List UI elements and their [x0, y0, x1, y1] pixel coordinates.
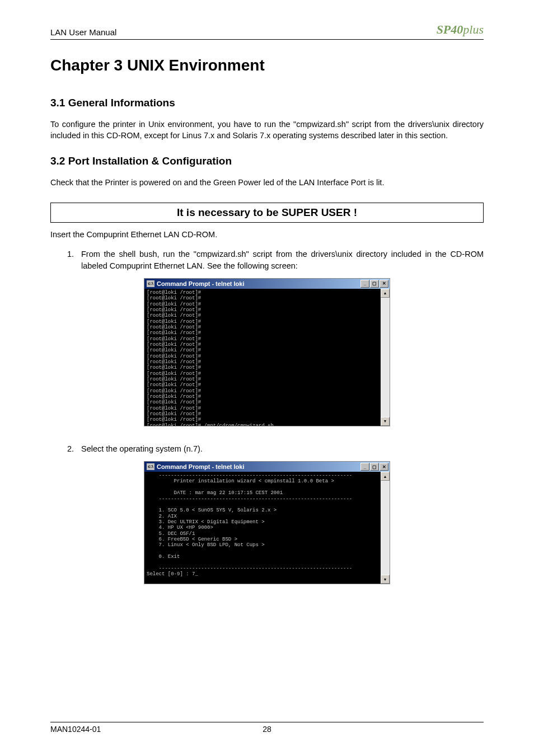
step-1-number: 1. — [50, 248, 81, 271]
insert-cdrom-text: Insert the Compuprint Ethernet LAN CD-RO… — [50, 229, 484, 241]
close-button[interactable]: ✕ — [380, 463, 388, 471]
step-1-text: From the shell bush, run the "cmpwizard.… — [81, 248, 484, 271]
step-2: 2. Select the operating system (n.7). — [50, 443, 484, 454]
window-title: Command Prompt - telnet loki — [157, 280, 244, 287]
window-title: Command Prompt - telnet loki — [157, 463, 244, 470]
cmd-icon: c:\ — [147, 280, 154, 287]
header-title: LAN User Manual — [50, 27, 116, 37]
window-titlebar: c:\ Command Prompt - telnet loki _ ▢ ✕ — [144, 279, 390, 289]
page-number: 28 — [195, 725, 339, 734]
cmd-icon: c:\ — [147, 463, 154, 470]
section-3-2-intro: Check that the Printer is powered on and… — [50, 177, 484, 189]
minimize-button[interactable]: _ — [360, 280, 369, 288]
scroll-down-icon[interactable]: ▼ — [381, 417, 390, 426]
section-3-1-body: To configure the printer in Unix environ… — [50, 119, 484, 141]
terminal-screenshot-2: c:\ Command Prompt - telnet loki _ ▢ ✕ -… — [144, 461, 390, 584]
close-button[interactable]: ✕ — [380, 280, 388, 288]
footer-doc-id: MAN10244-01 — [50, 725, 195, 734]
scrollbar[interactable]: ▲ ▼ — [381, 289, 390, 426]
maximize-button[interactable]: ▢ — [370, 463, 379, 471]
terminal-output: [root@loki /root]# [root@loki /root]# [r… — [144, 289, 381, 426]
terminal-output: ----------------------------------------… — [144, 472, 381, 584]
scrollbar[interactable]: ▲ ▼ — [381, 472, 390, 584]
maximize-button[interactable]: ▢ — [370, 280, 379, 288]
section-3-2-title: 3.2 Port Installation & Configuration — [50, 155, 484, 167]
scroll-track[interactable] — [381, 298, 390, 417]
terminal-screenshot-1: c:\ Command Prompt - telnet loki _ ▢ ✕ [… — [144, 278, 390, 426]
scroll-down-icon[interactable]: ▼ — [381, 575, 390, 584]
step-1: 1. From the shell bush, run the "cmpwiza… — [50, 248, 484, 271]
window-buttons: _ ▢ ✕ — [360, 280, 388, 288]
section-3-1-title: 3.1 General Informations — [50, 97, 484, 109]
step-2-number: 2. — [50, 443, 81, 454]
window-titlebar: c:\ Command Prompt - telnet loki _ ▢ ✕ — [144, 462, 390, 472]
page-header: LAN User Manual SP40plus — [50, 22, 484, 40]
chapter-title: Chapter 3 UNIX Environment — [50, 57, 484, 74]
scroll-up-icon[interactable]: ▲ — [381, 289, 390, 298]
brand-logo: SP40plus — [437, 22, 484, 37]
window-buttons: _ ▢ ✕ — [360, 463, 388, 471]
page-footer: MAN10244-01 28 — [50, 722, 484, 734]
step-2-text: Select the operating system (n.7). — [81, 443, 484, 454]
scroll-track[interactable] — [381, 481, 390, 575]
superuser-notice: It is necessary to be SUPER USER ! — [50, 203, 484, 223]
scroll-up-icon[interactable]: ▲ — [381, 472, 390, 481]
minimize-button[interactable]: _ — [360, 463, 369, 471]
